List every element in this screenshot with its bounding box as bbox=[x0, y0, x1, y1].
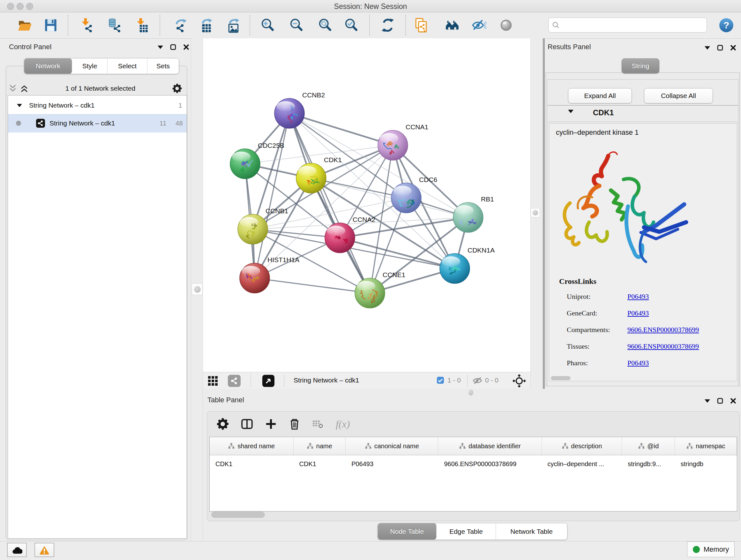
tab-string[interactable]: String bbox=[622, 58, 659, 73]
table-cell[interactable]: 9606.ENSP00000378699 bbox=[438, 460, 542, 468]
tab-network-table[interactable]: Network Table bbox=[496, 523, 567, 540]
panel-float-icon[interactable] bbox=[717, 398, 723, 404]
network-options-gear-icon[interactable] bbox=[172, 83, 182, 94]
network-share-view-icon[interactable] bbox=[228, 375, 241, 387]
node-CCNA1[interactable]: CCNA1 bbox=[378, 123, 428, 160]
zoom-selected-icon[interactable] bbox=[344, 17, 359, 33]
node-CDC6[interactable]: CDC6 bbox=[391, 176, 437, 213]
export-image-icon[interactable] bbox=[226, 17, 241, 33]
warning-status-button[interactable] bbox=[35, 543, 54, 557]
table-cell[interactable]: stringdb:9... bbox=[622, 460, 675, 468]
expand-all-button[interactable]: Expand All bbox=[568, 88, 632, 104]
show-columns-icon[interactable] bbox=[241, 418, 253, 430]
table-settings-gear-icon[interactable] bbox=[216, 418, 229, 430]
collapse-all-icon[interactable] bbox=[8, 84, 17, 92]
horizontal-splitter[interactable] bbox=[203, 389, 741, 394]
pan-crosshair-icon[interactable] bbox=[513, 374, 526, 388]
edge-CCNB2-HIST1H1A[interactable] bbox=[255, 113, 289, 278]
help-icon[interactable]: ? bbox=[719, 17, 734, 33]
tree-expand-icon[interactable] bbox=[17, 104, 22, 107]
tab-sets[interactable]: Sets bbox=[147, 58, 179, 74]
node-CDK1[interactable]: CDK1 bbox=[296, 156, 342, 193]
home-houses-icon[interactable] bbox=[445, 17, 460, 33]
table-cell[interactable]: P06493 bbox=[346, 460, 438, 468]
edge-HIST1H1A-CCNE1[interactable] bbox=[255, 278, 370, 293]
birds-eye-view-icon[interactable] bbox=[262, 375, 274, 387]
gene-expand-icon[interactable] bbox=[568, 110, 574, 113]
delete-column-icon[interactable] bbox=[288, 418, 300, 430]
save-session-icon[interactable] bbox=[43, 17, 58, 33]
crosslink-value-link[interactable]: P06493 bbox=[627, 359, 649, 367]
import-table-icon[interactable] bbox=[134, 17, 149, 33]
left-splitter[interactable] bbox=[191, 38, 203, 541]
tab-edge-table[interactable]: Edge Table bbox=[436, 523, 496, 540]
column-header-shared-name[interactable]: shared name bbox=[210, 437, 293, 455]
zoom-fit-icon[interactable] bbox=[318, 17, 333, 33]
export-table-icon[interactable] bbox=[199, 17, 214, 33]
tab-network[interactable]: Network bbox=[24, 58, 72, 74]
column-header-description[interactable]: description bbox=[542, 437, 622, 455]
node-HIST1H1A[interactable]: HIST1H1A bbox=[240, 256, 299, 293]
right-splitter[interactable] bbox=[530, 38, 543, 389]
results-hscrollbar[interactable] bbox=[551, 376, 570, 380]
zoom-out-icon[interactable] bbox=[289, 17, 304, 33]
cloud-status-button[interactable] bbox=[7, 543, 27, 557]
right-splitter-handle[interactable] bbox=[531, 208, 540, 217]
memory-button[interactable]: Memory bbox=[687, 542, 735, 557]
table-row[interactable]: CDK1CDK1P064939606.ENSP00000378699cyclin… bbox=[210, 455, 737, 473]
crosslink-value-link[interactable]: P06493 bbox=[627, 293, 649, 301]
table-hscrollbar[interactable] bbox=[211, 511, 265, 518]
column-header-namespac[interactable]: namespac bbox=[675, 437, 737, 455]
table-cell[interactable]: cyclin–dependent ... bbox=[542, 460, 622, 468]
network-collection-row[interactable]: String Network – cdk1 1 bbox=[8, 97, 187, 114]
crosslink-value-link[interactable]: 9606.ENSP00000378699 bbox=[627, 342, 699, 351]
edge-CCNB2-CCNA1[interactable] bbox=[289, 113, 393, 145]
search-box[interactable] bbox=[548, 17, 707, 33]
tab-select[interactable]: Select bbox=[108, 58, 147, 74]
hidden-eye-slash-icon[interactable] bbox=[472, 376, 482, 385]
add-column-icon[interactable] bbox=[265, 418, 277, 430]
hide-selected-eye-icon[interactable] bbox=[471, 17, 486, 33]
import-network-database-icon[interactable] bbox=[107, 17, 122, 33]
table-cell[interactable]: stringdb bbox=[675, 460, 737, 468]
table-cell[interactable]: CDK1 bbox=[210, 460, 293, 468]
panel-float-icon[interactable] bbox=[170, 44, 176, 50]
node-RB1[interactable]: RB1 bbox=[453, 195, 494, 233]
import-network-file-icon[interactable] bbox=[79, 17, 94, 33]
panel-close-icon[interactable] bbox=[730, 45, 736, 51]
column-header-database-identifier[interactable]: database identifier bbox=[438, 437, 542, 455]
panel-close-icon[interactable] bbox=[183, 44, 189, 50]
open-session-icon[interactable] bbox=[17, 17, 32, 33]
network-row-selected[interactable]: String Network – cdk1 11 48 bbox=[8, 114, 187, 132]
search-input[interactable] bbox=[560, 21, 706, 29]
edge-CDK1-RB1[interactable] bbox=[311, 178, 468, 217]
title-bar: Session: New Session bbox=[0, 0, 741, 12]
column-header-@id[interactable]: @id bbox=[622, 437, 675, 455]
selected-checkbox-icon[interactable] bbox=[436, 376, 444, 384]
zoom-in-icon[interactable] bbox=[260, 17, 275, 33]
tab-style[interactable]: Style bbox=[72, 58, 108, 74]
grid-view-icon[interactable] bbox=[207, 375, 218, 386]
column-header-canonical-name[interactable]: canonical name bbox=[346, 437, 438, 455]
left-splitter-handle[interactable] bbox=[192, 284, 203, 295]
crosslink-value-link[interactable]: P06493 bbox=[627, 309, 649, 317]
tab-node-table[interactable]: Node Table bbox=[378, 523, 436, 540]
clone-network-icon[interactable] bbox=[414, 17, 429, 33]
network-graph[interactable]: CCNB2CCNA1CDC25BCDK1CDC6RB1CCNB1CCNA2CDK… bbox=[203, 38, 530, 372]
node-CDKN1A[interactable]: CDKN1A bbox=[440, 246, 495, 284]
crosslink-value-link[interactable]: 9606.ENSP00000378699 bbox=[627, 326, 699, 334]
refresh-icon[interactable] bbox=[380, 17, 395, 33]
panel-float-icon[interactable] bbox=[717, 45, 723, 51]
edge-CCNB2-CCNE1[interactable] bbox=[289, 113, 370, 293]
panel-close-icon[interactable] bbox=[730, 398, 736, 404]
table-cell[interactable]: CDK1 bbox=[293, 460, 346, 468]
node-CCNB1[interactable]: CCNB1 bbox=[238, 207, 288, 244]
panel-collapse-icon[interactable] bbox=[158, 45, 163, 49]
export-network-icon[interactable] bbox=[173, 17, 188, 33]
horizontal-splitter-handle[interactable] bbox=[468, 389, 473, 395]
expand-all-icon[interactable] bbox=[20, 84, 29, 92]
collapse-all-button[interactable]: Collapse All bbox=[644, 88, 713, 104]
panel-collapse-icon[interactable] bbox=[704, 46, 710, 50]
column-header-name[interactable]: name bbox=[293, 437, 346, 455]
panel-collapse-icon[interactable] bbox=[704, 399, 710, 403]
